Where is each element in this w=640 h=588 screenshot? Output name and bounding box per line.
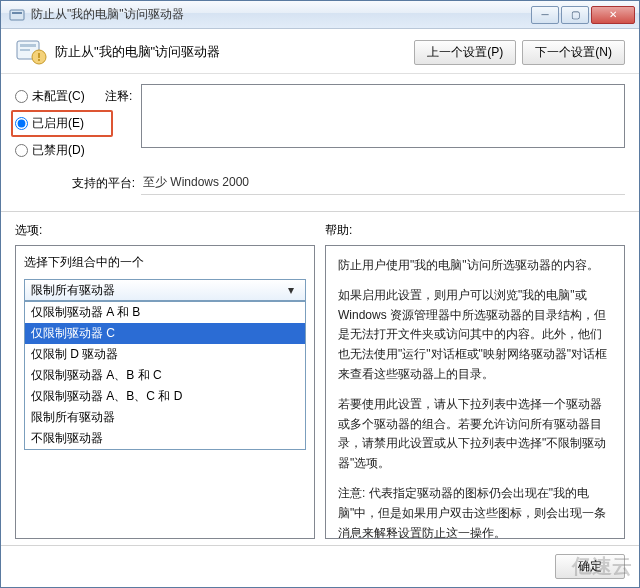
- svg-rect-7: [38, 59, 40, 61]
- drive-combo-value: 限制所有驱动器: [31, 282, 115, 299]
- help-p2: 如果启用此设置，则用户可以浏览"我的电脑"或 Windows 资源管理器中所选驱…: [338, 286, 612, 385]
- titlebar-text: 防止从"我的电脑"访问驱动器: [31, 6, 529, 23]
- platform-row: 支持的平台: 至少 Windows 2000: [15, 171, 625, 195]
- radio-disabled-input[interactable]: [15, 144, 28, 157]
- svg-rect-6: [38, 53, 40, 58]
- combo-prompt: 选择下列组合中的一个: [24, 254, 306, 271]
- platform-label: 支持的平台:: [15, 175, 141, 192]
- help-panel[interactable]: 防止用户使用"我的电脑"访问所选驱动器的内容。 如果启用此设置，则用户可以浏览"…: [325, 245, 625, 539]
- comment-textarea[interactable]: [141, 84, 625, 148]
- help-p1: 防止用户使用"我的电脑"访问所选驱动器的内容。: [338, 256, 612, 276]
- svg-rect-1: [12, 12, 22, 14]
- app-icon: [9, 7, 25, 23]
- dropdown-item[interactable]: 仅限制驱动器 A、B 和 C: [25, 365, 305, 386]
- svg-rect-0: [10, 10, 24, 20]
- config-area: 未配置(C) 已启用(E) 已禁用(D) 注释: 支持的平台: 至少 Windo…: [1, 74, 639, 205]
- help-label: 帮助:: [325, 222, 625, 239]
- radio-enabled-input[interactable]: [15, 117, 28, 130]
- page-title: 防止从"我的电脑"访问驱动器: [55, 43, 414, 61]
- dropdown-item[interactable]: 仅限制驱动器 A、B、C 和 D: [25, 386, 305, 407]
- dropdown-item[interactable]: 仅限制 D 驱动器: [25, 344, 305, 365]
- radio-not-configured-input[interactable]: [15, 90, 28, 103]
- dropdown-item[interactable]: 不限制驱动器: [25, 428, 305, 449]
- help-p4: 注意: 代表指定驱动器的图标仍会出现在"我的电脑"中，但是如果用户双击这些图标，…: [338, 484, 612, 539]
- chevron-down-icon: ▾: [283, 283, 299, 297]
- header: 防止从"我的电脑"访问驱动器 上一个设置(P) 下一个设置(N): [1, 29, 639, 74]
- close-button[interactable]: ✕: [591, 6, 635, 24]
- drive-combo[interactable]: 限制所有驱动器 ▾: [24, 279, 306, 301]
- options-panel: 选择下列组合中的一个 限制所有驱动器 ▾ 仅限制驱动器 A 和 B仅限制驱动器 …: [15, 245, 315, 539]
- ok-button[interactable]: 确定: [555, 554, 625, 579]
- footer: 确定: [1, 545, 639, 587]
- titlebar: 防止从"我的电脑"访问驱动器 ─ ▢ ✕: [1, 1, 639, 29]
- help-p3: 若要使用此设置，请从下拉列表中选择一个驱动器或多个驱动器的组合。若要允许访问所有…: [338, 395, 612, 474]
- minimize-button[interactable]: ─: [531, 6, 559, 24]
- options-label: 选项:: [15, 222, 325, 239]
- platform-value: 至少 Windows 2000: [141, 171, 625, 195]
- prev-setting-button[interactable]: 上一个设置(P): [414, 40, 516, 65]
- panels: 选择下列组合中的一个 限制所有驱动器 ▾ 仅限制驱动器 A 和 B仅限制驱动器 …: [1, 245, 639, 545]
- drive-combo-wrap: 限制所有驱动器 ▾ 仅限制驱动器 A 和 B仅限制驱动器 C仅限制 D 驱动器仅…: [24, 279, 306, 301]
- panel-labels: 选项: 帮助:: [1, 212, 639, 245]
- svg-rect-4: [20, 49, 30, 51]
- radio-enabled[interactable]: 已启用(E): [15, 115, 105, 132]
- policy-icon: [15, 37, 47, 67]
- dropdown-item[interactable]: 仅限制驱动器 C: [25, 323, 305, 344]
- next-setting-button[interactable]: 下一个设置(N): [522, 40, 625, 65]
- nav-buttons: 上一个设置(P) 下一个设置(N): [414, 40, 625, 65]
- svg-rect-3: [20, 44, 36, 47]
- enabled-highlight: 已启用(E): [11, 110, 113, 137]
- dropdown-item[interactable]: 限制所有驱动器: [25, 407, 305, 428]
- radio-enabled-label: 已启用(E): [32, 115, 84, 132]
- comment-label: 注释:: [105, 84, 141, 105]
- drive-dropdown: 仅限制驱动器 A 和 B仅限制驱动器 C仅限制 D 驱动器仅限制驱动器 A、B …: [24, 301, 306, 450]
- radio-disabled[interactable]: 已禁用(D): [15, 142, 105, 159]
- state-radio-group: 未配置(C) 已启用(E) 已禁用(D): [15, 84, 105, 159]
- policy-editor-window: 防止从"我的电脑"访问驱动器 ─ ▢ ✕ 防止从"我的电脑"访问驱动器 上一个设…: [0, 0, 640, 588]
- radio-not-configured-label: 未配置(C): [32, 88, 85, 105]
- maximize-button[interactable]: ▢: [561, 6, 589, 24]
- window-controls: ─ ▢ ✕: [529, 6, 635, 24]
- dropdown-item[interactable]: 仅限制驱动器 A 和 B: [25, 302, 305, 323]
- radio-disabled-label: 已禁用(D): [32, 142, 85, 159]
- radio-not-configured[interactable]: 未配置(C): [15, 88, 105, 105]
